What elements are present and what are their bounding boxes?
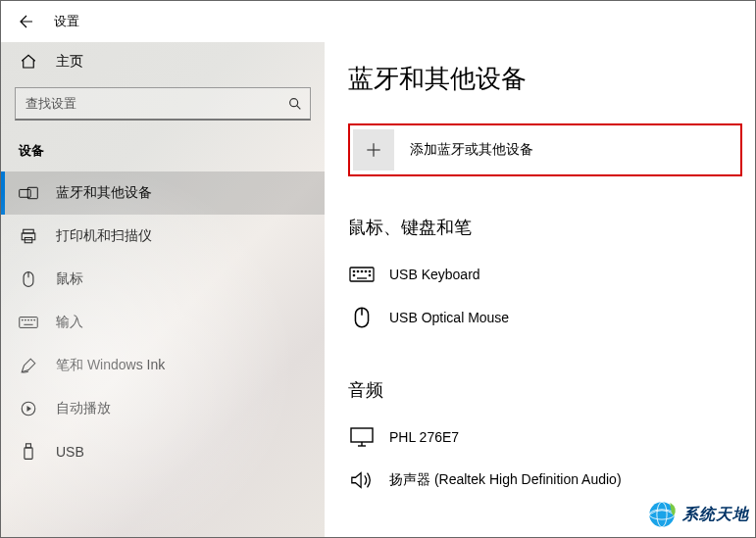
devices-icon (19, 183, 38, 203)
device-label: USB Keyboard (389, 267, 480, 282)
svg-point-28 (369, 274, 370, 275)
search-input[interactable] (15, 87, 311, 121)
svg-rect-18 (25, 448, 32, 459)
plus-tile (353, 129, 394, 171)
add-device-label: 添加蓝牙或其他设备 (410, 141, 533, 159)
svg-point-0 (290, 99, 298, 107)
watermark: 系统天地 (645, 498, 749, 531)
sidebar-item-autoplay[interactable]: 自动播放 (1, 387, 325, 430)
back-button[interactable] (13, 8, 40, 35)
svg-rect-4 (22, 233, 35, 240)
sidebar-item-label: 输入 (56, 314, 83, 331)
search-wrap (15, 87, 311, 121)
page-heading: 蓝牙和其他设备 (348, 62, 755, 96)
watermark-text: 系统天地 (682, 505, 749, 525)
pen-icon (19, 356, 38, 375)
home-icon (19, 53, 38, 71)
sidebar-item-bluetooth[interactable]: 蓝牙和其他设备 (1, 171, 325, 215)
device-monitor[interactable]: PHL 276E7 (348, 416, 755, 459)
sidebar-item-label: 自动播放 (56, 400, 111, 417)
svg-point-12 (31, 319, 32, 320)
sidebar-item-printers[interactable]: 打印机和扫描仪 (1, 215, 325, 258)
sidebar-item-label: USB (56, 444, 84, 460)
mouse-icon (19, 269, 38, 289)
sidebar-section-title: 设备 (1, 136, 325, 171)
svg-rect-3 (24, 229, 34, 233)
svg-rect-1 (20, 189, 30, 197)
sidebar-item-mouse[interactable]: 鼠标 (1, 258, 325, 301)
home-label: 主页 (56, 53, 83, 71)
keyboard-icon (348, 261, 376, 288)
titlebar: 设置 (1, 1, 755, 42)
svg-point-24 (361, 270, 362, 271)
section-mouse-keyboard-pen: 鼠标、键盘和笔 (348, 216, 755, 239)
sidebar-item-label: 蓝牙和其他设备 (56, 184, 152, 202)
svg-rect-32 (351, 428, 373, 442)
svg-point-23 (357, 270, 358, 271)
sidebar-item-typing[interactable]: 输入 (1, 301, 325, 344)
svg-point-27 (353, 274, 354, 275)
svg-marker-16 (27, 406, 32, 412)
main-content: 蓝牙和其他设备 添加蓝牙或其他设备 鼠标、键盘和笔 USB Keyboard U… (325, 42, 755, 537)
sidebar-nav: 蓝牙和其他设备 打印机和扫描仪 鼠标 输入 笔和 Windows Ink (1, 171, 325, 473)
svg-point-9 (22, 319, 23, 320)
home-nav[interactable]: 主页 (1, 42, 325, 81)
svg-point-11 (28, 319, 29, 320)
sidebar-item-label: 鼠标 (56, 270, 83, 288)
usb-icon (19, 442, 38, 462)
svg-point-13 (34, 319, 35, 320)
arrow-left-icon (18, 13, 35, 30)
sidebar: 主页 设备 蓝牙和其他设备 打印机和扫描仪 鼠标 (1, 42, 325, 537)
svg-rect-8 (20, 318, 37, 328)
printer-icon (19, 226, 38, 246)
keyboard-icon (19, 313, 38, 332)
sidebar-item-label: 笔和 Windows Ink (56, 357, 165, 374)
section-audio: 音频 (348, 378, 755, 402)
device-speaker[interactable]: 扬声器 (Realtek High Definition Audio) (348, 459, 755, 502)
svg-point-25 (365, 270, 366, 271)
plus-icon (364, 140, 383, 160)
device-label: 扬声器 (Realtek High Definition Audio) (389, 471, 622, 489)
app-title: 设置 (54, 13, 79, 30)
svg-rect-17 (26, 444, 31, 448)
search-icon (287, 96, 303, 112)
speaker-icon (348, 466, 376, 494)
svg-point-10 (25, 319, 25, 320)
add-device-button[interactable]: 添加蓝牙或其他设备 (353, 128, 737, 171)
sidebar-item-pen[interactable]: 笔和 Windows Ink (1, 344, 325, 387)
mouse-icon (348, 304, 376, 331)
sidebar-item-usb[interactable]: USB (1, 430, 325, 473)
device-mouse[interactable]: USB Optical Mouse (348, 296, 755, 339)
monitor-icon (348, 423, 376, 451)
svg-point-22 (353, 270, 354, 271)
device-label: USB Optical Mouse (389, 310, 509, 325)
add-device-highlight: 添加蓝牙或其他设备 (348, 123, 742, 176)
globe-icon (645, 498, 679, 531)
autoplay-icon (19, 399, 38, 418)
sidebar-item-label: 打印机和扫描仪 (56, 227, 152, 245)
device-label: PHL 276E7 (389, 429, 459, 445)
device-keyboard[interactable]: USB Keyboard (348, 253, 755, 296)
svg-point-26 (369, 270, 370, 271)
